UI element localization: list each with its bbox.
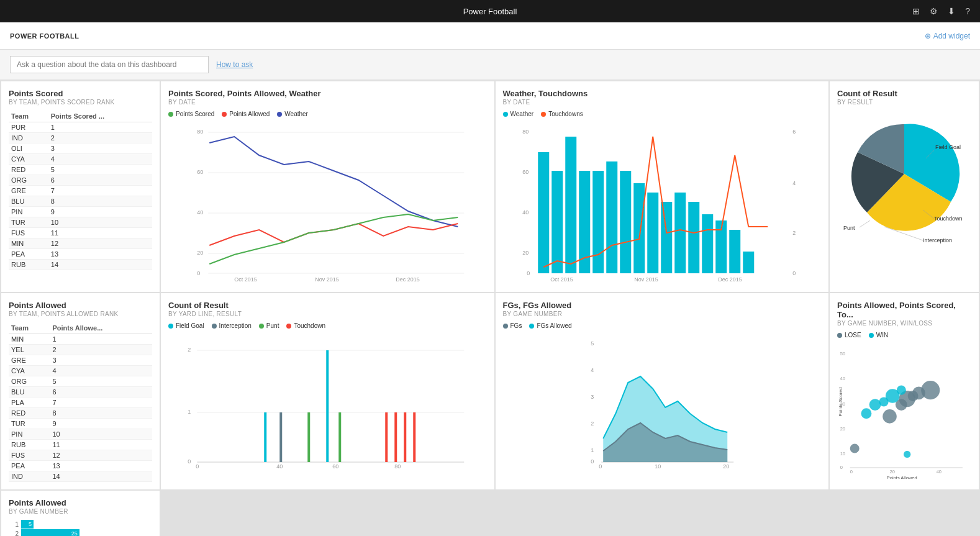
table-row: TUR10 xyxy=(9,217,152,228)
svg-rect-28 xyxy=(620,171,631,273)
svg-text:0: 0 xyxy=(599,463,602,470)
widget-points-scored: Points Scored BY TEAM, POINTS SCORED RAN… xyxy=(1,81,160,292)
fgs-svg: 5 4 3 2 1 0 0 10 20 xyxy=(503,333,822,470)
legend-field-goal: Field Goal xyxy=(168,322,204,329)
horizontal-bar-chart: 1522532343252163271483093510301114123513… xyxy=(9,520,152,536)
table-row: PEA13 xyxy=(9,249,152,260)
question-input[interactable] xyxy=(10,56,209,73)
list-item: 15 xyxy=(9,520,152,529)
svg-text:Nov 2015: Nov 2015 xyxy=(634,276,658,283)
svg-text:10: 10 xyxy=(840,451,845,457)
legend-dot-green xyxy=(168,112,173,117)
svg-rect-22 xyxy=(538,152,549,273)
count-result-pie-title: Count of Result xyxy=(837,89,971,98)
pie-container: Field Goal Touchdown Punt Interception xyxy=(837,112,971,248)
points-allowed-game-title: Points Allowed xyxy=(9,498,152,507)
svg-rect-27 xyxy=(606,161,617,273)
svg-text:Oct 2015: Oct 2015 xyxy=(550,276,573,283)
svg-text:40: 40 xyxy=(522,209,529,216)
scatter-subtitle: BY GAME NUMBER, WIN/LOSS xyxy=(837,320,971,327)
svg-rect-24 xyxy=(565,137,576,273)
col-team: Team xyxy=(9,111,48,122)
top-bar-icons: ⊞ ⚙ ⬇ ? xyxy=(912,6,970,16)
svg-text:Dec 2015: Dec 2015 xyxy=(718,276,742,283)
fgs-legend: FGs FGs Allowed xyxy=(503,322,822,329)
legend-dot-fgs xyxy=(503,324,508,329)
svg-text:1: 1 xyxy=(591,447,594,453)
count-result-yard-title: Count of Result xyxy=(168,301,487,310)
legend-dot-lose xyxy=(837,333,842,338)
plus-icon: ⊕ xyxy=(925,32,931,40)
top-bar: Power Football ⊞ ⚙ ⬇ ? xyxy=(0,0,980,22)
svg-point-98 xyxy=(921,381,940,399)
layout-icon[interactable]: ⊞ xyxy=(912,6,920,16)
legend-label-field-goal: Field Goal xyxy=(176,322,204,329)
legend-dot-interception xyxy=(212,324,217,329)
table-row: YEL2 xyxy=(9,345,152,355)
legend-dot-red xyxy=(222,112,227,117)
legend-dot-touchdown xyxy=(286,324,291,329)
legend-dot-punt xyxy=(259,324,264,329)
svg-point-100 xyxy=(869,399,881,411)
svg-text:Nov 2015: Nov 2015 xyxy=(315,276,339,283)
table-row: BLU8 xyxy=(9,196,152,207)
table-row: OLI3 xyxy=(9,143,152,154)
legend-label-lose: LOSE xyxy=(845,332,861,338)
table-row: RED8 xyxy=(9,408,152,419)
line-chart-1-title: Points Scored, Points Allowed, Weather xyxy=(168,89,487,98)
table-row: PIN9 xyxy=(9,207,152,217)
svg-text:Points Scored: Points Scored xyxy=(838,388,843,417)
legend-points-allowed: Points Allowed xyxy=(222,111,270,117)
svg-text:6: 6 xyxy=(792,129,796,135)
legend-dot-blue xyxy=(277,112,282,117)
app-title: Power Football xyxy=(463,7,517,16)
svg-rect-23 xyxy=(551,171,563,273)
widget-count-result-pie: Count of Result BY RESULT Field Goal Tou… xyxy=(830,81,979,292)
help-icon[interactable]: ? xyxy=(965,6,970,16)
add-widget-button[interactable]: ⊕ Add widget xyxy=(925,32,970,40)
svg-text:60: 60 xyxy=(522,169,529,175)
svg-text:0: 0 xyxy=(840,465,843,470)
widget-points-scored-title: Points Scored xyxy=(9,89,152,98)
table-row: CYA4 xyxy=(9,366,152,376)
scatter-legend: LOSE WIN xyxy=(837,332,971,338)
count-result-yard-legend: Field Goal Interception Punt Touchdown xyxy=(168,322,487,329)
legend-label-fgs-allowed: FGs Allowed xyxy=(537,322,571,329)
legend-label-touchdowns: Touchdowns xyxy=(548,111,583,117)
legend-fgs-allowed: FGs Allowed xyxy=(529,322,571,329)
list-item: 225 xyxy=(9,529,152,536)
gear-icon[interactable]: ⚙ xyxy=(930,6,938,16)
svg-text:50: 50 xyxy=(840,351,845,357)
legend-punt: Punt xyxy=(259,322,279,329)
col-points-scored: Points Scored ... xyxy=(48,111,152,122)
svg-text:40: 40 xyxy=(276,463,283,470)
svg-text:40: 40 xyxy=(197,209,203,216)
points-allowed-title: Points Allowed xyxy=(9,301,152,310)
legend-interception: Interception xyxy=(212,322,252,329)
legend-points-scored: Points Scored xyxy=(168,111,214,117)
table-row: RED5 xyxy=(9,165,152,175)
svg-point-104 xyxy=(904,451,910,458)
line-chart-1-legend: Points Scored Points Allowed Weather xyxy=(168,111,487,117)
legend-dot-field-goal xyxy=(168,324,173,329)
how-to-ask-link[interactable]: How to ask xyxy=(216,60,253,69)
table-row: GRE3 xyxy=(9,355,152,366)
table-row: ORG6 xyxy=(9,175,152,186)
table-row: FUS12 xyxy=(9,450,152,461)
question-bar: How to ask xyxy=(0,50,980,80)
download-icon[interactable]: ⬇ xyxy=(948,6,955,16)
legend-label-win: WIN xyxy=(876,332,888,338)
svg-line-46 xyxy=(860,220,870,227)
svg-text:Field Goal: Field Goal xyxy=(935,144,961,150)
legend-dot-cyan xyxy=(503,112,508,117)
svg-rect-29 xyxy=(633,183,645,273)
svg-text:0: 0 xyxy=(196,463,199,470)
widget-scatter: Points Allowed, Points Scored, To... BY … xyxy=(830,293,979,489)
svg-text:40: 40 xyxy=(937,469,941,475)
sub-header-title: POWER FOOTBALL xyxy=(10,32,79,40)
svg-text:2: 2 xyxy=(591,420,594,427)
col-team-2: Team xyxy=(9,322,50,334)
svg-text:80: 80 xyxy=(394,463,401,470)
legend-touchdowns: Touchdowns xyxy=(541,111,583,117)
points-allowed-table: Team Points Allowe... MIN1YEL2GRE3CYA4OR… xyxy=(9,322,152,482)
